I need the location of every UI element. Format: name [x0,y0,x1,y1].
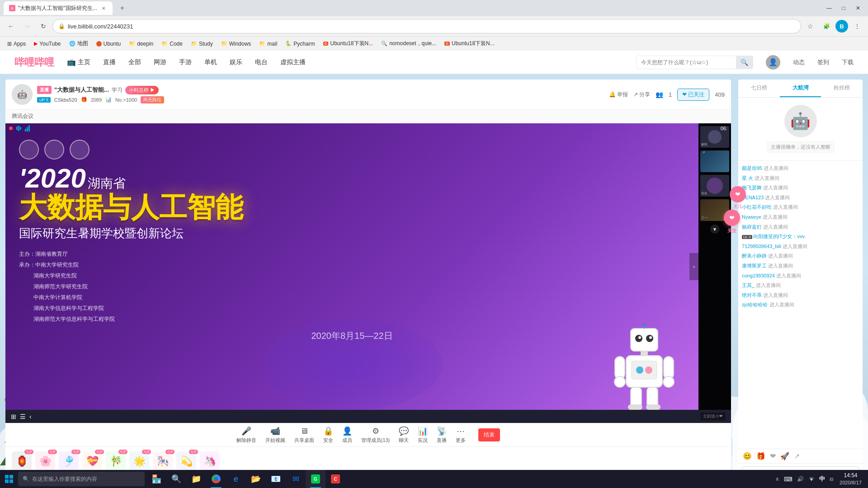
toolbar-end[interactable]: 结束 [478,428,500,441]
toolbar-broadcast[interactable]: 📡 直播 [437,426,447,444]
emoji-icon[interactable]: 😊 [743,452,752,460]
reaction-icon[interactable]: ❤ [770,452,776,460]
tab-main[interactable]: 大航湾 [780,80,821,97]
like-float-button[interactable]: ❤ 关注 [730,186,746,210]
toolbar-share-screen[interactable]: 🖥 共享桌面 [294,427,314,444]
nav-live[interactable]: 直播 [103,58,116,66]
scroll-right-button[interactable]: › [689,253,698,280]
toolbar-mute[interactable]: 🎤 解除静音 [236,426,256,444]
bookmark-pycharm[interactable]: 🐍 Pycharm [282,38,318,49]
bookmark-ubuntu18-1[interactable]: C Ubuntu18下装N... [320,38,377,49]
close-button[interactable]: ✕ [852,2,864,14]
network-button[interactable] [807,470,816,488]
taskbar-app-files[interactable]: 📁 [186,470,206,488]
chat-username[interactable]: 王其_ [742,282,755,288]
volume-button[interactable]: 🔊 [794,470,807,488]
bookmark-deepin[interactable]: 📁 deepin [125,38,157,49]
taskbar-app-ie[interactable]: e [226,470,246,488]
summary-badge[interactable]: 小时总榜 ▶ [125,86,159,94]
chat-username[interactable]: 向阳微笑的IT少女：vvv [753,234,805,239]
bookmark-star-button[interactable]: ☆ [803,19,817,33]
nav-home[interactable]: 📺 主页 [67,58,90,66]
chat-username[interactable]: 康博斯罗工 [742,263,767,268]
download-button[interactable]: 下载 [842,58,854,66]
activity-feed-button[interactable]: 动态 [793,58,805,66]
chat-username[interactable]: 杨府蓝灯 [742,224,762,230]
username-text[interactable]: CSkbs520 [54,97,77,103]
taskbar-search[interactable]: 🔍 在这里输入你要搜索的内容 [18,472,145,486]
keyboard-layout-button[interactable]: ⌨ [782,470,794,488]
floating-like-panel[interactable]: ❤ 关注 [724,210,740,234]
streamer-avatar[interactable]: 🤖 [12,84,33,105]
profile-button[interactable]: B [835,20,848,33]
gift-chat-icon[interactable]: 🎁 [756,452,765,460]
sign-in-button[interactable]: 签到 [817,58,829,66]
bookmark-mail[interactable]: 📁 mail [255,38,281,49]
chat-username[interactable]: 醉美小静静 [742,253,767,258]
search-button[interactable]: 🔍 [736,56,753,69]
toolbar-security[interactable]: 🔒 安全 [323,426,333,444]
taskbar-app-search[interactable]: 🔍 [166,470,186,488]
toolbar-analytics[interactable]: 📊 实况 [418,426,428,444]
maximize-button[interactable]: □ [837,2,850,14]
bookmark-apps[interactable]: ⊞ Apps [4,38,29,49]
nav-mobile[interactable]: 手游 [179,58,192,66]
nav-standalone[interactable]: 单机 [204,58,217,66]
bookmark-map[interactable]: 🌐 地图 [66,38,92,49]
address-bar[interactable]: 🔒 live.bilibili.com/22440231 [52,19,801,33]
bookmark-study[interactable]: 📁 Study [187,38,217,49]
nav-all[interactable]: 全部 [128,58,141,66]
toolbar-video[interactable]: 📹 开始视频 [265,426,285,444]
refresh-button[interactable]: ↻ [36,19,51,33]
browser-tab[interactable]: B "大数据与人工智能"国际研究生... ✕ [4,1,113,15]
nav-online[interactable]: 网游 [154,58,166,66]
panel-scroll-down[interactable]: ▼ [710,225,719,234]
start-button[interactable] [0,470,18,488]
taskbar-app-game2[interactable]: C [326,470,345,488]
chat-username[interactable]: zjc哈哈哈哈 [742,302,768,307]
bookmark-ubuntu[interactable]: Ubuntu [93,38,125,49]
chat-username[interactable]: 71298509643_bili [742,244,781,249]
tab-close-button[interactable]: ✕ [100,5,107,12]
toolbar-chat-tool[interactable]: 💬 聊天 [399,426,409,444]
chat-username[interactable]: 小红花不好吃 [742,204,772,210]
bookmark-ubuntu18-2[interactable]: C Ubuntu18下装N... [441,38,498,49]
bookmark-youtube[interactable]: ▶ YouTube [30,38,64,49]
taskbar-app-mail[interactable]: 📧 [266,470,286,488]
report-button[interactable]: 🔔 举报 [609,91,628,99]
ime-button[interactable]: 中 [816,470,828,488]
tab-fans[interactable]: 粉丝榜 [821,80,863,97]
collapse-icon[interactable]: ‹ [29,413,32,420]
back-button[interactable]: ← [4,19,18,33]
minimize-button[interactable]: — [823,2,835,14]
nav-radio[interactable]: 电台 [255,58,268,66]
toolbar-members[interactable]: 👤 成员 [342,426,352,444]
chat-username[interactable]: 绝对不乖 [742,292,762,298]
toolbar-more[interactable]: ⋯ 更多 [456,426,466,444]
nav-vtuber[interactable]: 虚拟主播 [280,58,306,66]
toolbar-manage[interactable]: ⚙ 管理成员(13) [361,426,390,444]
taskbar-app-chrome[interactable] [206,470,226,488]
taskbar-app-game1[interactable]: G [306,470,326,488]
nav-entertainment[interactable]: 娱乐 [230,58,242,66]
follow-button[interactable]: ❤ 已关注 [677,89,709,101]
search-input[interactable] [637,56,736,68]
bookmark-code[interactable]: 📁 Code [158,38,186,49]
menu-button[interactable]: ⋮ [850,19,864,33]
bookmark-windows[interactable]: 📁 Windows [217,38,255,49]
show-hidden-tray-button[interactable]: ∧ [773,470,782,488]
list-icon[interactable]: ☰ [20,413,26,420]
tab-weekly[interactable]: 七日榜 [738,80,780,97]
share-button[interactable]: ↗ 分享 [633,91,650,99]
new-tab-button[interactable]: + [116,2,129,14]
extensions-button[interactable]: 🧩 [819,19,834,33]
taskbar-app-folder[interactable]: 📂 [246,470,266,488]
clock-display[interactable]: 14:54 2020/8/17 [835,470,866,488]
taskbar-app-store[interactable]: 🏪 [146,470,166,488]
bookmark-nomodeset[interactable]: 🔍 nomodeset，quie... [377,38,440,49]
rocket-icon[interactable]: 🚀 [780,452,789,460]
chat-username[interactable]: Nyaseye [742,214,761,220]
show-desktop-button[interactable]: ⊟ [828,470,835,488]
chat-username[interactable]: cong19930924 [742,273,775,278]
avatar-button[interactable]: 👤 [766,55,780,70]
